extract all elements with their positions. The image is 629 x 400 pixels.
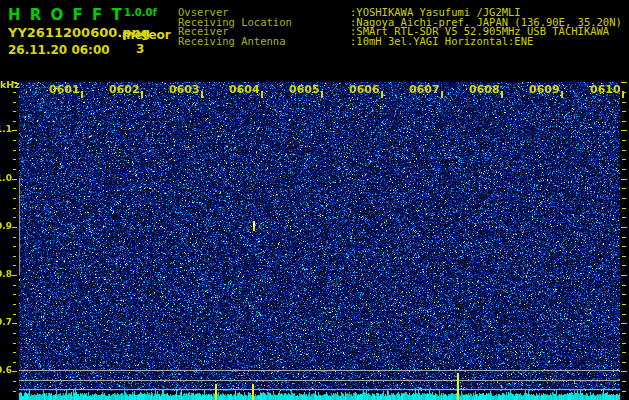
freq-tick-right bbox=[622, 159, 626, 160]
datetime-label: 26.11.20 06:00 bbox=[8, 43, 110, 57]
time-tick bbox=[622, 91, 624, 98]
time-tick bbox=[501, 91, 503, 98]
frequency-unit-label: kHz bbox=[0, 79, 20, 90]
freq-tick-left bbox=[13, 150, 16, 151]
freq-tick-right bbox=[622, 333, 626, 334]
info-label: Receiving Antenna bbox=[178, 37, 350, 47]
freq-tick-right bbox=[622, 237, 626, 238]
spectrogram-canvas bbox=[19, 82, 620, 400]
time-tick-label: 0604 bbox=[229, 83, 258, 96]
freq-tick-label: 1.0 bbox=[0, 173, 12, 183]
time-tick-label: 0602 bbox=[109, 83, 138, 96]
freq-tick-left bbox=[13, 265, 16, 266]
freq-tick-left bbox=[12, 130, 17, 131]
freq-tick-right bbox=[622, 246, 626, 247]
freq-tick-left bbox=[13, 333, 16, 334]
hrofft-window: H R O F F T 1.0.0f YY2611200600.png mete… bbox=[0, 0, 629, 400]
freq-tick-right bbox=[622, 169, 626, 170]
freq-tick-left bbox=[13, 159, 16, 160]
freq-tick-left bbox=[12, 275, 17, 276]
freq-tick-right bbox=[622, 362, 626, 363]
freq-tick-label: 0.8 bbox=[0, 269, 12, 279]
freq-tick-left bbox=[12, 371, 17, 372]
freq-tick-left bbox=[13, 256, 16, 257]
freq-tick-right bbox=[621, 275, 627, 276]
meteor-count: 3 bbox=[136, 42, 144, 56]
freq-tick-left bbox=[13, 208, 16, 209]
time-tick-label: 0603 bbox=[169, 83, 198, 96]
time-tick bbox=[321, 91, 323, 98]
time-tick-label: 0605 bbox=[289, 83, 318, 96]
freq-tick-left bbox=[13, 140, 16, 141]
freq-tick-left bbox=[13, 92, 16, 93]
freq-tick-left bbox=[12, 227, 17, 228]
freq-tick-right bbox=[622, 314, 626, 315]
freq-tick-left bbox=[12, 82, 17, 83]
time-tick bbox=[261, 91, 263, 98]
app-version: 1.0.0f bbox=[124, 7, 157, 18]
freq-tick-left bbox=[13, 237, 16, 238]
freq-tick-right bbox=[622, 381, 626, 382]
info-row: Receiving Antenna:10mH 3el.YAGI Horizont… bbox=[178, 37, 622, 47]
time-tick bbox=[381, 91, 383, 98]
freq-tick-label: 1.1 bbox=[0, 124, 12, 134]
freq-tick-left bbox=[13, 381, 16, 382]
freq-tick-right bbox=[622, 343, 626, 344]
freq-tick-left bbox=[13, 198, 16, 199]
freq-tick-left bbox=[13, 102, 16, 103]
freq-tick-right bbox=[622, 285, 626, 286]
freq-tick-right bbox=[622, 121, 626, 122]
freq-tick-left bbox=[13, 304, 16, 305]
freq-tick-right bbox=[622, 188, 626, 189]
freq-tick-right bbox=[622, 217, 626, 218]
freq-tick-left bbox=[13, 294, 16, 295]
freq-tick-right bbox=[621, 227, 627, 228]
freq-tick-left bbox=[13, 391, 16, 392]
freq-tick-right bbox=[621, 323, 627, 324]
freq-tick-left bbox=[12, 179, 17, 180]
freq-tick-right bbox=[621, 371, 627, 372]
freq-tick-right bbox=[622, 208, 626, 209]
time-tick-label: 0607 bbox=[409, 83, 438, 96]
freq-tick-right bbox=[622, 304, 626, 305]
time-tick bbox=[141, 91, 143, 98]
freq-tick-right bbox=[622, 265, 626, 266]
freq-tick-right bbox=[622, 294, 626, 295]
info-value: :10mH 3el.YAGI Horizontal:ENE bbox=[350, 35, 533, 47]
freq-tick-left bbox=[13, 285, 16, 286]
app-title: H R O F F T bbox=[8, 6, 124, 24]
freq-tick-left bbox=[13, 111, 16, 112]
time-tick bbox=[561, 91, 563, 98]
time-tick-label: 0610 bbox=[590, 83, 619, 96]
time-tick bbox=[81, 91, 83, 98]
freq-tick-right bbox=[621, 179, 627, 180]
freq-tick-right bbox=[621, 82, 627, 83]
time-tick bbox=[441, 91, 443, 98]
freq-tick-label: 0.9 bbox=[0, 221, 12, 231]
time-tick-label: 0606 bbox=[349, 83, 378, 96]
freq-tick-right bbox=[622, 352, 626, 353]
freq-tick-right bbox=[622, 198, 626, 199]
freq-tick-right bbox=[622, 256, 626, 257]
freq-tick-label: 0.7 bbox=[0, 317, 12, 327]
mode-label: meteor bbox=[122, 28, 171, 42]
time-tick-label: 0608 bbox=[469, 83, 498, 96]
freq-tick-left bbox=[13, 169, 16, 170]
freq-tick-left bbox=[12, 323, 17, 324]
freq-tick-right bbox=[622, 140, 626, 141]
freq-tick-label: 0.6 bbox=[0, 365, 12, 375]
freq-tick-right bbox=[622, 111, 626, 112]
time-tick-label: 0601 bbox=[49, 83, 78, 96]
freq-tick-left bbox=[13, 343, 16, 344]
freq-tick-left bbox=[13, 246, 16, 247]
freq-tick-left bbox=[13, 352, 16, 353]
freq-tick-left bbox=[13, 121, 16, 122]
freq-tick-right bbox=[621, 130, 627, 131]
station-info-table: Ovserver:YOSHIKAWA Yasufumi /JG2MLIRecei… bbox=[178, 8, 622, 47]
freq-tick-right bbox=[622, 150, 626, 151]
freq-tick-left bbox=[13, 217, 16, 218]
time-tick bbox=[201, 91, 203, 98]
freq-tick-left bbox=[13, 362, 16, 363]
freq-tick-left bbox=[13, 314, 16, 315]
freq-tick-left bbox=[13, 188, 16, 189]
